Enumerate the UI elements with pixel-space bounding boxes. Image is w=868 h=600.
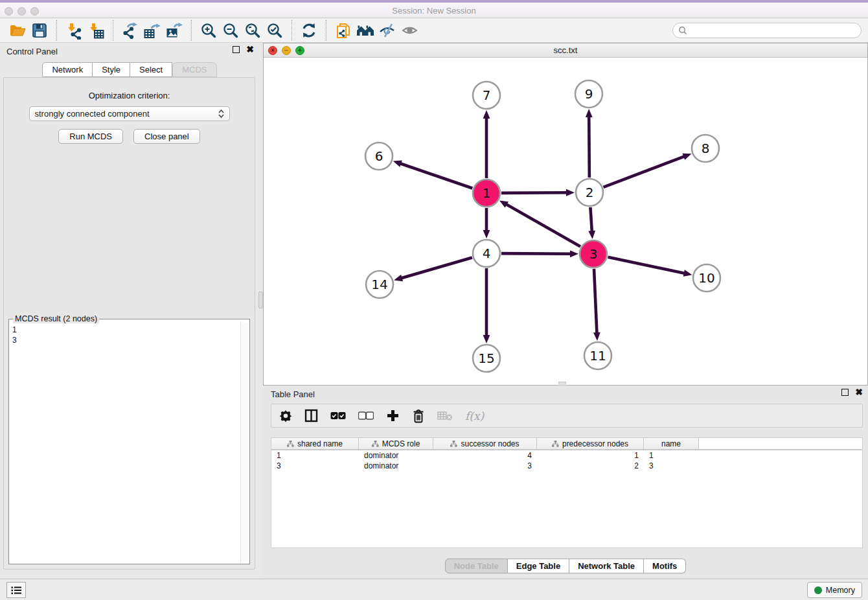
svg-text:14: 14 <box>371 277 387 292</box>
delete-column-icon[interactable] <box>412 409 425 423</box>
search-box[interactable] <box>672 23 862 38</box>
create-column-icon[interactable] <box>386 409 400 422</box>
graph-edge-1-2[interactable] <box>501 189 575 196</box>
delete-table-icon[interactable] <box>437 411 453 421</box>
show-column-panel-icon[interactable] <box>304 409 318 422</box>
graph-edge-3-11[interactable] <box>593 269 600 341</box>
graph-node-2[interactable]: 2 <box>576 179 603 206</box>
graph-node-3[interactable]: 3 <box>580 240 607 268</box>
network-view-window: × − + scc.txt 7968124314101511 <box>263 43 868 386</box>
graph-edge-1-7[interactable] <box>483 110 490 178</box>
refresh-icon[interactable] <box>298 21 320 40</box>
tab-node-table[interactable]: Node Table <box>445 559 508 573</box>
graph-edge-3-10[interactable] <box>608 257 692 277</box>
tab-select[interactable]: Select <box>130 62 172 77</box>
graph-node-11[interactable]: 11 <box>584 342 611 369</box>
close-panel-button[interactable]: Close panel <box>133 129 200 144</box>
svg-text:4: 4 <box>483 246 491 261</box>
table-cell[interactable]: dominator <box>359 450 433 461</box>
result-scrollbar[interactable] <box>240 323 249 563</box>
application-window: Session: New Session <box>0 0 868 600</box>
graph-edge-4-3[interactable] <box>501 250 578 257</box>
table-cell[interactable]: 1 <box>644 450 699 461</box>
tab-edge-table[interactable]: Edge Table <box>508 559 569 573</box>
network-window-titlebar[interactable]: × − + scc.txt <box>264 43 867 58</box>
duplicate-network-icon[interactable] <box>332 21 354 40</box>
zoom-fit-icon[interactable] <box>242 21 264 40</box>
table-row[interactable]: 1dominator411 <box>271 450 862 461</box>
column-header-mcds-role[interactable]: MCDS role <box>359 438 433 449</box>
function-builder-icon[interactable]: f(x) <box>465 410 484 422</box>
export-image-icon[interactable] <box>163 21 185 40</box>
graph-edge-2-9[interactable] <box>586 109 593 178</box>
import-network-icon[interactable] <box>63 21 85 40</box>
column-header-predecessor-nodes[interactable]: predecessor nodes <box>537 438 644 449</box>
close-panel-icon[interactable]: ✖ <box>246 46 254 53</box>
network-canvas[interactable]: 7968124314101511 <box>264 58 867 385</box>
table-panel-header: Table Panel ✖ <box>263 386 868 402</box>
table-settings-gear-icon[interactable] <box>279 410 292 422</box>
graph-edge-4-14[interactable] <box>394 257 472 281</box>
tab-mcds[interactable]: MCDS <box>172 62 216 77</box>
table-cell[interactable]: 2 <box>537 461 644 471</box>
tab-motifs[interactable]: Motifs <box>644 559 686 573</box>
graph-node-8[interactable]: 8 <box>692 135 719 162</box>
graph-node-14[interactable]: 14 <box>366 271 393 298</box>
memory-button[interactable]: Memory <box>807 582 862 598</box>
graph-edge-3-1[interactable] <box>499 200 580 246</box>
zoom-in-icon[interactable] <box>198 21 220 40</box>
task-history-button[interactable] <box>6 582 26 598</box>
float-table-panel-icon[interactable] <box>841 389 849 396</box>
close-table-panel-icon[interactable]: ✖ <box>855 389 863 396</box>
graph-node-6[interactable]: 6 <box>365 143 393 170</box>
graph-edge-2-8[interactable] <box>604 154 692 187</box>
tab-network[interactable]: Network <box>42 62 93 77</box>
graph-edge-1-4[interactable] <box>483 208 490 238</box>
graph-node-1[interactable]: 1 <box>473 179 500 207</box>
deselect-all-columns-icon[interactable] <box>358 411 374 420</box>
main-toolbar <box>0 19 868 43</box>
node-table[interactable]: shared nameMCDS rolesuccessor nodesprede… <box>271 437 863 548</box>
open-session-icon[interactable] <box>6 21 29 40</box>
table-cell[interactable]: 1 <box>271 450 359 461</box>
svg-text:1: 1 <box>483 185 491 201</box>
table-row[interactable]: 3dominator323 <box>271 461 862 471</box>
table-cell[interactable]: 3 <box>644 461 699 471</box>
table-cell[interactable]: dominator <box>359 461 433 471</box>
window-titlebar: Session: New Session <box>0 0 868 18</box>
tab-network-table[interactable]: Network Table <box>569 559 644 573</box>
run-mcds-button[interactable]: Run MCDS <box>58 129 123 144</box>
vertical-splitter-handle[interactable] <box>258 292 263 308</box>
column-header-shared-name[interactable]: shared name <box>271 438 359 449</box>
export-network-icon[interactable] <box>119 21 141 40</box>
graph-edge-2-3[interactable] <box>588 207 595 239</box>
mcds-result-list[interactable]: 1 3 <box>10 323 239 562</box>
graph-node-7[interactable]: 7 <box>473 82 500 109</box>
graph-node-4[interactable]: 4 <box>473 240 500 267</box>
table-cell[interactable]: 3 <box>271 461 359 471</box>
import-table-icon[interactable] <box>85 21 107 40</box>
table-cell[interactable]: 1 <box>537 450 644 461</box>
graph-edge-4-15[interactable] <box>483 268 490 343</box>
graph-node-10[interactable]: 10 <box>693 264 720 292</box>
graph-node-9[interactable]: 9 <box>575 80 602 108</box>
select-all-columns-icon[interactable] <box>330 411 346 420</box>
tab-style[interactable]: Style <box>93 62 130 77</box>
show-all-networks-icon[interactable] <box>354 21 376 40</box>
column-header-name[interactable]: name <box>644 438 699 449</box>
save-session-icon[interactable] <box>29 21 51 40</box>
hide-selected-icon[interactable] <box>376 21 398 40</box>
zoom-selected-icon[interactable] <box>264 21 286 40</box>
float-panel-icon[interactable] <box>233 46 240 53</box>
graph-node-15[interactable]: 15 <box>473 345 500 372</box>
zoom-out-icon[interactable] <box>220 21 242 40</box>
search-input[interactable] <box>687 26 856 35</box>
export-table-icon[interactable] <box>141 21 163 40</box>
column-header-successor-nodes[interactable]: successor nodes <box>433 438 537 449</box>
graph-edge-1-6[interactable] <box>393 161 472 189</box>
mcds-result-box: MCDS result (2 nodes) 1 3 <box>8 319 250 564</box>
show-hidden-icon[interactable] <box>398 21 420 40</box>
criterion-dropdown[interactable]: strongly connected component <box>29 106 230 121</box>
table-cell[interactable]: 4 <box>433 450 537 461</box>
table-cell[interactable]: 3 <box>433 461 537 471</box>
